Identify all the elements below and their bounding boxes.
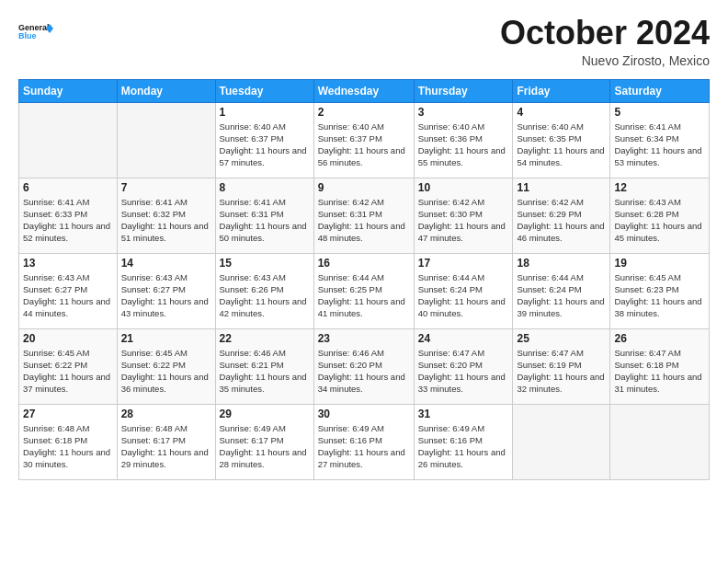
day-number: 18	[517, 257, 606, 270]
day-detail: Sunrise: 6:49 AMSunset: 6:16 PMDaylight:…	[318, 422, 410, 471]
week-row-2: 6Sunrise: 6:41 AMSunset: 6:33 PMDaylight…	[19, 178, 710, 253]
daylight: Daylight: 11 hours and 44 minutes.	[23, 296, 110, 318]
day-detail: Sunrise: 6:49 AMSunset: 6:16 PMDaylight:…	[418, 422, 509, 471]
day-number: 25	[517, 332, 606, 345]
daylight: Daylight: 11 hours and 50 minutes.	[220, 221, 307, 243]
month-title: October 2024	[500, 15, 710, 52]
logo: General Blue	[18, 15, 53, 50]
col-header-tuesday: Tuesday	[215, 79, 313, 102]
day-cell-17: 17Sunrise: 6:44 AMSunset: 6:24 PMDayligh…	[414, 253, 513, 328]
daylight: Daylight: 11 hours and 31 minutes.	[614, 372, 701, 394]
day-number: 2	[318, 106, 410, 119]
day-detail: Sunrise: 6:40 AMSunset: 6:37 PMDaylight:…	[318, 121, 410, 169]
day-cell-6: 6Sunrise: 6:41 AMSunset: 6:33 PMDaylight…	[19, 178, 118, 253]
sunrise: Sunrise: 6:40 AM	[517, 121, 583, 132]
day-detail: Sunrise: 6:41 AMSunset: 6:33 PMDaylight:…	[23, 196, 113, 245]
daylight: Daylight: 11 hours and 42 minutes.	[220, 296, 307, 318]
day-detail: Sunrise: 6:41 AMSunset: 6:31 PMDaylight:…	[220, 196, 310, 245]
sunset: Sunset: 6:19 PM	[517, 360, 581, 370]
sunset: Sunset: 6:32 PM	[121, 209, 186, 219]
calendar: SundayMondayTuesdayWednesdayThursdayFrid…	[18, 79, 710, 480]
sunrise: Sunrise: 6:41 AM	[23, 197, 89, 207]
daylight: Daylight: 11 hours and 55 minutes.	[418, 145, 506, 167]
day-cell-27: 27Sunrise: 6:48 AMSunset: 6:18 PMDayligh…	[19, 404, 118, 479]
daylight: Daylight: 11 hours and 30 minutes.	[23, 447, 110, 469]
sunset: Sunset: 6:16 PM	[418, 435, 483, 445]
sunset: Sunset: 6:37 PM	[318, 133, 382, 144]
day-number: 4	[517, 106, 606, 119]
day-number: 7	[121, 181, 211, 194]
sunrise: Sunrise: 6:42 AM	[517, 197, 583, 207]
day-cell-13: 13Sunrise: 6:43 AMSunset: 6:27 PMDayligh…	[19, 253, 118, 328]
sunset: Sunset: 6:22 PM	[121, 360, 186, 370]
sunset: Sunset: 6:20 PM	[318, 360, 382, 370]
sunrise: Sunrise: 6:41 AM	[220, 197, 286, 207]
day-cell-1: 1Sunrise: 6:40 AMSunset: 6:37 PMDaylight…	[215, 102, 313, 178]
daylight: Daylight: 11 hours and 48 minutes.	[318, 221, 405, 243]
day-number: 19	[614, 257, 705, 270]
day-number: 1	[220, 106, 310, 119]
sunrise: Sunrise: 6:43 AM	[614, 197, 680, 207]
sunrise: Sunrise: 6:46 AM	[220, 348, 286, 358]
day-cell-29: 29Sunrise: 6:49 AMSunset: 6:17 PMDayligh…	[215, 404, 313, 479]
day-detail: Sunrise: 6:47 AMSunset: 6:18 PMDaylight:…	[614, 347, 705, 396]
day-number: 20	[23, 332, 113, 345]
day-cell-11: 11Sunrise: 6:42 AMSunset: 6:29 PMDayligh…	[513, 178, 610, 253]
svg-text:Blue: Blue	[18, 31, 37, 40]
sunrise: Sunrise: 6:40 AM	[220, 121, 286, 132]
day-cell-2: 2Sunrise: 6:40 AMSunset: 6:37 PMDaylight…	[313, 102, 414, 178]
sunrise: Sunrise: 6:45 AM	[23, 348, 89, 358]
day-cell-8: 8Sunrise: 6:41 AMSunset: 6:31 PMDaylight…	[215, 178, 313, 253]
daylight: Daylight: 11 hours and 45 minutes.	[614, 221, 701, 243]
week-row-1: 1Sunrise: 6:40 AMSunset: 6:37 PMDaylight…	[19, 102, 710, 178]
day-number: 22	[220, 332, 310, 345]
sunset: Sunset: 6:17 PM	[220, 435, 284, 445]
daylight: Daylight: 11 hours and 47 minutes.	[418, 221, 506, 243]
day-cell-21: 21Sunrise: 6:45 AMSunset: 6:22 PMDayligh…	[117, 328, 215, 404]
sunrise: Sunrise: 6:47 AM	[517, 348, 583, 358]
day-number: 8	[220, 181, 310, 194]
day-cell-9: 9Sunrise: 6:42 AMSunset: 6:31 PMDaylight…	[313, 178, 414, 253]
daylight: Daylight: 11 hours and 54 minutes.	[517, 145, 604, 167]
day-number: 30	[318, 408, 410, 420]
day-number: 16	[318, 257, 410, 270]
sunset: Sunset: 6:35 PM	[517, 133, 581, 144]
sunset: Sunset: 6:37 PM	[220, 133, 284, 144]
sunset: Sunset: 6:25 PM	[318, 284, 382, 294]
title-area: October 2024 Nuevo Zirosto, Mexico	[500, 15, 710, 68]
day-cell-28: 28Sunrise: 6:48 AMSunset: 6:17 PMDayligh…	[117, 404, 215, 479]
sunset: Sunset: 6:21 PM	[220, 360, 284, 370]
day-cell-19: 19Sunrise: 6:45 AMSunset: 6:23 PMDayligh…	[610, 253, 710, 328]
sunrise: Sunrise: 6:49 AM	[318, 423, 384, 433]
day-detail: Sunrise: 6:42 AMSunset: 6:30 PMDaylight:…	[418, 196, 509, 245]
day-cell-30: 30Sunrise: 6:49 AMSunset: 6:16 PMDayligh…	[313, 404, 414, 479]
col-header-monday: Monday	[117, 79, 215, 102]
day-detail: Sunrise: 6:41 AMSunset: 6:32 PMDaylight:…	[121, 196, 211, 245]
day-detail: Sunrise: 6:47 AMSunset: 6:19 PMDaylight:…	[517, 347, 606, 396]
daylight: Daylight: 11 hours and 41 minutes.	[318, 296, 405, 318]
sunrise: Sunrise: 6:45 AM	[614, 272, 680, 282]
day-cell-5: 5Sunrise: 6:41 AMSunset: 6:34 PMDaylight…	[610, 102, 710, 178]
daylight: Daylight: 11 hours and 51 minutes.	[121, 221, 209, 243]
sunrise: Sunrise: 6:40 AM	[318, 121, 384, 132]
header: General Blue October 2024 Nuevo Zirosto,…	[18, 15, 710, 68]
sunset: Sunset: 6:30 PM	[418, 209, 483, 219]
col-header-thursday: Thursday	[414, 79, 513, 102]
daylight: Daylight: 11 hours and 28 minutes.	[220, 447, 307, 469]
col-header-friday: Friday	[513, 79, 610, 102]
daylight: Daylight: 11 hours and 46 minutes.	[517, 221, 604, 243]
sunset: Sunset: 6:27 PM	[23, 284, 87, 294]
sunrise: Sunrise: 6:47 AM	[418, 348, 484, 358]
day-number: 27	[23, 408, 113, 420]
day-detail: Sunrise: 6:42 AMSunset: 6:31 PMDaylight:…	[318, 196, 410, 245]
day-detail: Sunrise: 6:45 AMSunset: 6:22 PMDaylight:…	[121, 347, 211, 396]
day-number: 5	[614, 106, 705, 119]
day-number: 10	[418, 181, 509, 194]
daylight: Daylight: 11 hours and 43 minutes.	[121, 296, 209, 318]
day-detail: Sunrise: 6:45 AMSunset: 6:23 PMDaylight:…	[614, 271, 705, 320]
day-number: 17	[418, 257, 509, 270]
week-row-5: 27Sunrise: 6:48 AMSunset: 6:18 PMDayligh…	[19, 404, 710, 479]
sunset: Sunset: 6:34 PM	[614, 133, 678, 144]
day-detail: Sunrise: 6:44 AMSunset: 6:24 PMDaylight:…	[418, 271, 509, 320]
sunrise: Sunrise: 6:40 AM	[418, 121, 484, 132]
